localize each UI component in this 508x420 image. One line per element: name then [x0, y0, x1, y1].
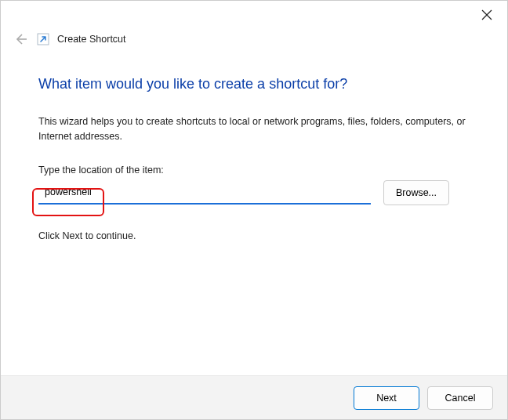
wizard-description: This wizard helps you to create shortcut… — [38, 114, 473, 144]
next-button[interactable]: Next — [354, 386, 419, 410]
browse-button[interactable]: Browse... — [383, 180, 449, 205]
header-row: Create Shortcut — [1, 29, 507, 49]
location-input[interactable] — [38, 181, 371, 205]
cancel-button[interactable]: Cancel — [427, 386, 493, 410]
back-arrow-icon — [13, 32, 27, 46]
dialog-title: Create Shortcut — [57, 34, 126, 45]
continue-instruction: Click Next to continue. — [38, 230, 473, 241]
footer-bar: Next Cancel — [1, 375, 507, 419]
content-area: What item would you like to create a sho… — [1, 49, 507, 241]
titlebar — [1, 1, 507, 29]
input-row: Browse... — [38, 180, 473, 205]
wizard-heading: What item would you like to create a sho… — [38, 76, 473, 92]
shortcut-icon — [37, 33, 49, 45]
location-label: Type the location of the item: — [38, 165, 473, 176]
close-icon[interactable] — [481, 9, 493, 21]
